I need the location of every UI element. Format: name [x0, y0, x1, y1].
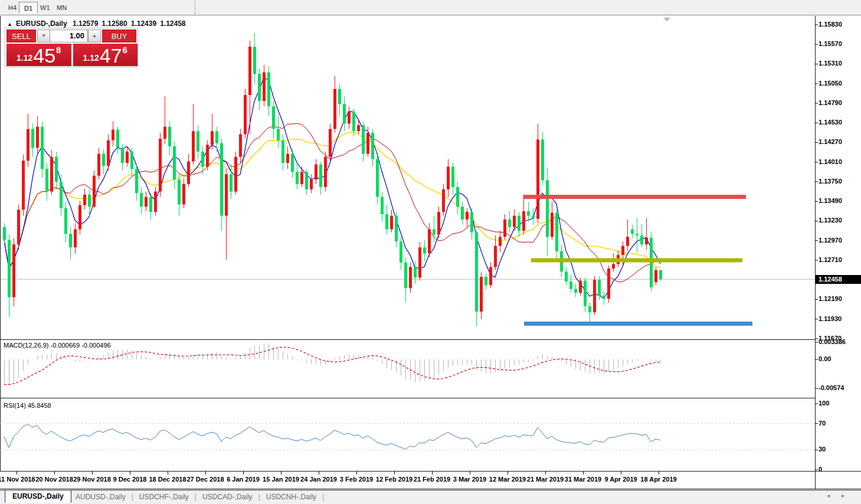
date-axis-label: 15 Jan 2019 — [263, 476, 299, 483]
date-axis-label: 18 Apr 2019 — [640, 476, 676, 483]
rsi-axis-label: 0 — [819, 466, 822, 473]
date-axis-label: 18 Dec 2018 — [149, 476, 186, 483]
sell-price-box[interactable]: 1.12 45 8 — [6, 44, 71, 66]
chart-tab-list: AUDUSD-,Daily|USDCHF-,Daily|USDCAD-,Dail… — [70, 490, 324, 503]
chart-tab-audusddaily[interactable]: AUDUSD-,Daily — [70, 490, 132, 503]
date-axis-label: 6 Jan 2019 — [227, 476, 260, 483]
rsi-indicator-label: RSI(14) 45.8458 — [4, 402, 51, 409]
price-axis-label: 1.14010 — [819, 158, 842, 165]
sell-price-main: 45 — [33, 47, 55, 64]
price-axis-label: 1.15570 — [819, 40, 842, 47]
collapse-triangle-icon[interactable]: ▲ — [7, 21, 12, 27]
sell-price-prefix: 1.12 — [17, 53, 32, 63]
timeframe-tab-mn[interactable]: MN — [52, 2, 71, 14]
chart-tab-usdchfdaily[interactable]: USDCHF-,Daily — [133, 490, 195, 503]
price-axis-label: 1.13750 — [819, 178, 842, 185]
volume-increase-button[interactable]: ▲ — [88, 30, 101, 42]
price-axis-label: 1.12190 — [819, 295, 842, 302]
tab-scroll-right-icon[interactable]: ► — [840, 493, 855, 499]
chart-tab-bar: EURUSD-,Daily AUDUSD-,Daily|USDCHF-,Dail… — [0, 490, 861, 504]
price-axis-label: 1.12970 — [819, 237, 842, 244]
price-axis-label: 1.15310 — [819, 60, 842, 67]
current-price-badge: 1.12458 — [816, 275, 861, 284]
price-axis-label: 1.13490 — [819, 197, 842, 204]
macd-axis-label: -0.00574 — [819, 384, 844, 391]
date-axis-label: 12 Mar 2019 — [489, 476, 526, 483]
date-axis-label: 9 Dec 2018 — [113, 476, 147, 483]
volume-input[interactable]: 1.00 — [50, 30, 88, 42]
resistance-line — [524, 195, 746, 199]
chart-tab-usdcaddaily[interactable]: USDCAD-,Daily — [197, 490, 258, 503]
buy-price-prefix: 1.12 — [83, 53, 99, 63]
date-axis-label: 31 Mar 2019 — [565, 476, 601, 483]
toolbar-divider — [195, 0, 195, 15]
date-axis-label: 21 Mar 2019 — [527, 476, 564, 483]
date-axis-label: 9 Apr 2019 — [604, 476, 637, 483]
sell-button[interactable]: SELL — [6, 30, 36, 42]
one-click-trade-panel: SELL ▼ 1.00 ▲ BUY 1.12 45 8 1.12 47 6 — [5, 28, 138, 67]
price-axis-label: 1.12710 — [819, 256, 842, 263]
buy-price-main: 47 — [100, 47, 122, 64]
chart-surface[interactable] — [0, 16, 861, 490]
rsi-axis-label: 100 — [819, 400, 829, 407]
price-axis-label: 1.14790 — [819, 99, 842, 106]
pivot-line — [531, 258, 742, 262]
price-axis-label: 1.11930 — [819, 315, 842, 322]
rsi-axis-label: 70 — [819, 420, 826, 427]
date-axis-label: 24 Jan 2019 — [300, 476, 337, 483]
buy-price-box[interactable]: 1.12 47 6 — [73, 44, 138, 66]
date-axis-label: 27 Dec 2018 — [187, 476, 224, 483]
price-axis-label: 1.14530 — [819, 119, 842, 126]
tab-scroll-arrows[interactable]: ◄► — [826, 493, 855, 499]
price-axis-label: 1.14270 — [819, 138, 842, 145]
buy-button[interactable]: BUY — [102, 30, 136, 42]
ohlc-open: 1.12579 — [73, 19, 98, 28]
macd-axis-label: 0.00 — [819, 355, 831, 362]
terminal-window: H4 D1 W1 MN ▲EURUSD-,Daily 1.125791.1258… — [0, 0, 861, 504]
chart-tab-eurusd[interactable]: EURUSD-,Daily — [5, 490, 71, 503]
tab-separator: | — [322, 493, 324, 501]
date-axis-label: 12 Feb 2019 — [376, 476, 413, 483]
macd-indicator-label: MACD(12,26,9) -0.000669 -0.000496 — [4, 342, 111, 349]
volume-decrease-button[interactable]: ▼ — [37, 30, 50, 42]
support-line — [524, 322, 752, 326]
date-axis-label: 3 Mar 2019 — [453, 476, 486, 483]
symbol-label: EURUSD-,Daily — [16, 19, 67, 28]
chart-tab-usdcnhdaily[interactable]: USDCNH-,Daily — [260, 490, 322, 503]
sell-price-pip: 8 — [56, 45, 61, 55]
date-axis-label: 29 Nov 2018 — [73, 476, 111, 483]
ohlc-high: 1.12580 — [102, 19, 127, 28]
rsi-axis-label: 30 — [819, 446, 826, 453]
date-axis-label: 11 Nov 2018 — [0, 476, 35, 483]
date-axis-label: 3 Feb 2019 — [340, 476, 373, 483]
buy-price-pip: 6 — [123, 45, 127, 55]
date-axis-label: 21 Feb 2019 — [414, 476, 450, 483]
price-axis-label: 1.15830 — [819, 21, 842, 28]
price-axis-label: 1.13230 — [819, 217, 842, 224]
ohlc-low: 1.12439 — [131, 19, 156, 28]
date-axis-label: 20 Nov 2018 — [35, 476, 73, 483]
timeframe-bar: H4 D1 W1 MN — [0, 0, 861, 15]
chart-shift-marker-icon[interactable] — [663, 18, 670, 21]
symbol-title-row: ▲EURUSD-,Daily 1.125791.125801.124391.12… — [7, 19, 189, 28]
chart-canvas[interactable] — [0, 16, 861, 490]
price-axis-label: 1.15050 — [819, 80, 842, 87]
ohlc-close: 1.12458 — [160, 19, 185, 28]
tab-scroll-left-icon[interactable]: ◄ — [826, 493, 840, 499]
macd-axis-label: 0.003386 — [819, 338, 846, 345]
